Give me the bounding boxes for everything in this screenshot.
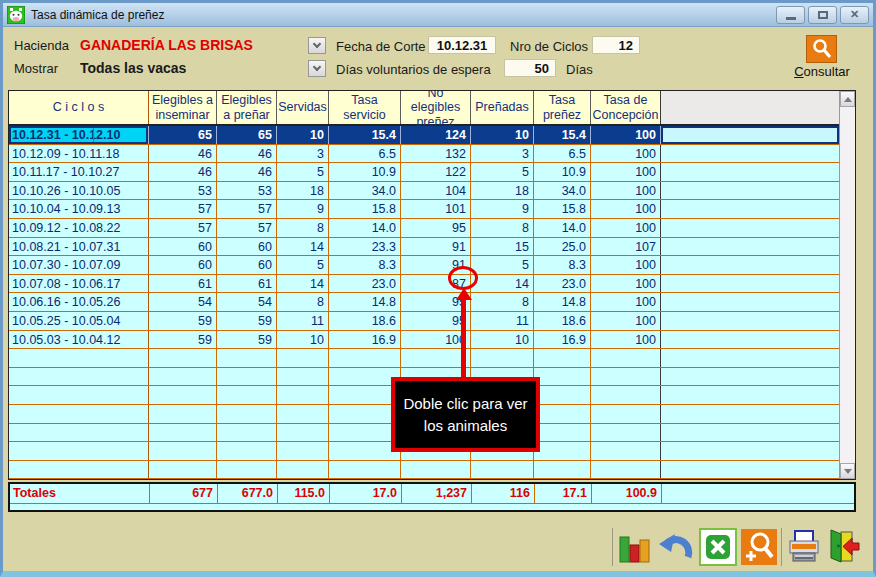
table-cell[interactable]: 5 xyxy=(277,256,329,274)
table-cell[interactable]: 61 xyxy=(217,275,277,293)
table-cell[interactable]: 100 xyxy=(591,256,661,274)
table-cell[interactable]: 16.9 xyxy=(534,331,591,349)
table-cell[interactable]: 59 xyxy=(217,312,277,330)
table-cell[interactable]: 8.3 xyxy=(534,256,591,274)
hacienda-dropdown[interactable] xyxy=(308,37,326,54)
table-cell[interactable]: 14 xyxy=(471,275,534,293)
table-row[interactable]: 10.05.25 - 10.05.0459591118.6951118.6100 xyxy=(9,312,839,331)
table-cell[interactable]: 53 xyxy=(149,182,217,200)
table-cell[interactable]: 100 xyxy=(591,145,661,163)
excel-export-icon[interactable] xyxy=(699,528,737,566)
table-cell[interactable]: 60 xyxy=(217,238,277,256)
table-cell[interactable]: 18 xyxy=(471,182,534,200)
table-cell[interactable]: 34.0 xyxy=(329,182,401,200)
table-cell[interactable]: 100 xyxy=(591,126,661,144)
table-cell[interactable]: 10.12.31 - 10.12.10 xyxy=(9,126,149,144)
table-cell[interactable]: 23.3 xyxy=(329,238,401,256)
table-cell[interactable]: 53 xyxy=(217,182,277,200)
table-cell[interactable]: 6.5 xyxy=(329,145,401,163)
table-cell[interactable]: 107 xyxy=(591,238,661,256)
consultar-label[interactable]: Consultar xyxy=(786,64,858,79)
table-cell[interactable]: 10.12.09 - 10.11.18 xyxy=(9,145,149,163)
table-cell[interactable]: 15.8 xyxy=(534,200,591,218)
table-row[interactable]: 10.11.17 - 10.10.274646510.9122510.9100 xyxy=(9,163,839,182)
table-row[interactable]: 10.09.12 - 10.08.225757814.095814.0100 xyxy=(9,219,839,238)
table-row[interactable]: 10.06.16 - 10.05.265454814.895814.8100 xyxy=(9,293,839,312)
table-cell[interactable]: 46 xyxy=(149,163,217,181)
print-icon[interactable] xyxy=(786,529,822,565)
table-cell[interactable]: 14 xyxy=(277,238,329,256)
table-cell[interactable]: 10.07.08 - 10.06.17 xyxy=(9,275,149,293)
table-row[interactable]: 10.08.21 - 10.07.3160601423.3911525.0107 xyxy=(9,238,839,257)
dias-espera-field[interactable]: 50 xyxy=(504,59,556,77)
table-cell[interactable]: 100 xyxy=(591,331,661,349)
table-cell[interactable]: 57 xyxy=(217,219,277,237)
table-cell[interactable]: 10.08.21 - 10.07.31 xyxy=(9,238,149,256)
table-row[interactable]: 10.07.08 - 10.06.1761611423.0871423.0100 xyxy=(9,275,839,294)
table-cell[interactable]: 10.9 xyxy=(329,163,401,181)
table-cell[interactable]: 122 xyxy=(401,163,471,181)
table-cell[interactable]: 8 xyxy=(471,293,534,311)
table-cell[interactable]: 10.10.04 - 10.09.13 xyxy=(9,200,149,218)
table-cell[interactable]: 91 xyxy=(401,238,471,256)
table-cell[interactable]: 100 xyxy=(591,275,661,293)
table-cell[interactable]: 61 xyxy=(149,275,217,293)
table-cell[interactable]: 100 xyxy=(591,163,661,181)
table-cell[interactable]: 18.6 xyxy=(534,312,591,330)
table-cell[interactable]: 10.05.03 - 10.04.12 xyxy=(9,331,149,349)
table-cell[interactable]: 57 xyxy=(217,200,277,218)
table-cell[interactable]: 59 xyxy=(149,312,217,330)
table-cell[interactable]: 100 xyxy=(591,312,661,330)
table-cell[interactable]: 65 xyxy=(149,126,217,144)
table-cell[interactable]: 46 xyxy=(217,163,277,181)
table-cell[interactable]: 18.6 xyxy=(329,312,401,330)
table-cell[interactable]: 25.0 xyxy=(534,238,591,256)
table-cell[interactable]: 60 xyxy=(149,256,217,274)
table-cell[interactable]: 101 xyxy=(401,200,471,218)
table-row[interactable]: 10.12.09 - 10.11.18464636.513236.5100 xyxy=(9,145,839,164)
table-cell[interactable]: 10 xyxy=(471,331,534,349)
table-cell[interactable]: 10.9 xyxy=(534,163,591,181)
table-cell[interactable]: 100 xyxy=(591,293,661,311)
table-cell[interactable]: 11 xyxy=(471,312,534,330)
table-cell[interactable]: 8.3 xyxy=(329,256,401,274)
table-cell[interactable]: 15 xyxy=(471,238,534,256)
table-cell[interactable]: 95 xyxy=(401,219,471,237)
table-cell[interactable]: 5 xyxy=(471,256,534,274)
table-cell[interactable]: 34.0 xyxy=(534,182,591,200)
table-cell[interactable]: 54 xyxy=(217,293,277,311)
table-cell[interactable]: 8 xyxy=(277,219,329,237)
table-cell[interactable]: 10 xyxy=(277,126,329,144)
zoom-icon[interactable] xyxy=(741,529,777,565)
table-cell[interactable]: 65 xyxy=(217,126,277,144)
table-cell[interactable]: 9 xyxy=(471,200,534,218)
table-cell[interactable]: 14 xyxy=(277,275,329,293)
table-cell[interactable]: 100 xyxy=(591,219,661,237)
table-cell[interactable]: 10.09.12 - 10.08.22 xyxy=(9,219,149,237)
table-cell[interactable]: 59 xyxy=(149,331,217,349)
table-cell[interactable]: 100 xyxy=(591,200,661,218)
table-cell[interactable]: 57 xyxy=(149,219,217,237)
exit-icon[interactable] xyxy=(826,529,860,565)
table-cell[interactable]: 46 xyxy=(149,145,217,163)
table-row[interactable]: 10.10.26 - 10.10.0553531834.01041834.010… xyxy=(9,182,839,201)
scrollbar-down-button[interactable] xyxy=(840,463,855,479)
table-cell[interactable]: 54 xyxy=(149,293,217,311)
consultar-button[interactable] xyxy=(806,35,837,63)
table-cell[interactable]: 15.8 xyxy=(329,200,401,218)
table-cell[interactable]: 10 xyxy=(471,126,534,144)
table-cell[interactable]: 6.5 xyxy=(534,145,591,163)
table-cell[interactable]: 10.10.26 - 10.10.05 xyxy=(9,182,149,200)
table-cell[interactable]: 5 xyxy=(277,163,329,181)
scrollbar-up-button[interactable] xyxy=(840,91,855,107)
table-cell[interactable]: 10 xyxy=(277,331,329,349)
table-row[interactable]: 10.05.03 - 10.04.1259591016.91001016.910… xyxy=(9,331,839,350)
close-button[interactable]: ✕ xyxy=(840,6,869,24)
undo-icon[interactable] xyxy=(657,528,695,566)
mostrar-dropdown[interactable] xyxy=(308,60,326,77)
bar-chart-icon[interactable] xyxy=(617,528,653,566)
table-cell[interactable]: 9 xyxy=(277,200,329,218)
restore-button[interactable] xyxy=(808,6,837,24)
table-cell[interactable]: 132 xyxy=(401,145,471,163)
table-cell[interactable]: 18 xyxy=(277,182,329,200)
